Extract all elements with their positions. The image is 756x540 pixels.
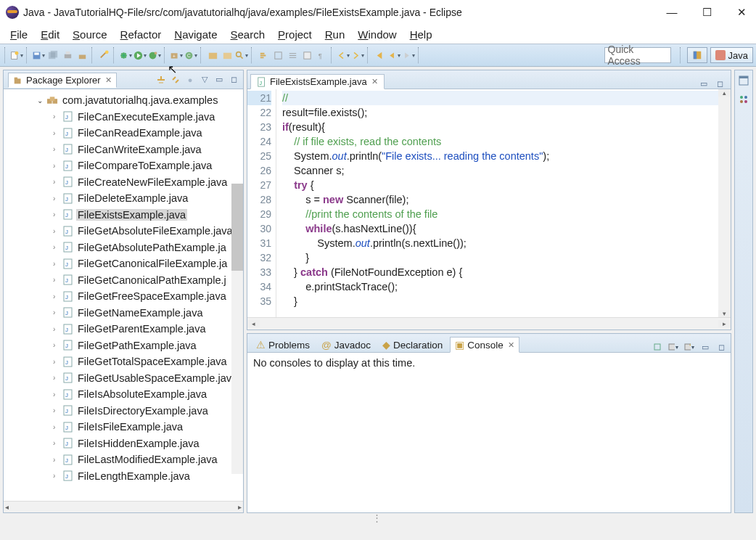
- tree-file-item[interactable]: ›JFileCanExecuteExample.java: [4, 109, 243, 126]
- back-button[interactable]: [387, 49, 400, 62]
- expand-arrow-icon[interactable]: ›: [53, 260, 63, 268]
- expand-arrow-icon[interactable]: ›: [53, 406, 63, 414]
- pin-console-icon[interactable]: [652, 342, 662, 352]
- maximize-editor-icon[interactable]: ◻: [715, 78, 725, 89]
- menu-refactor[interactable]: Refactor: [115, 27, 168, 42]
- expand-arrow-icon[interactable]: ›: [53, 341, 63, 349]
- tree-file-item[interactable]: ›JFileGetFreeSpaceExample.java: [4, 288, 243, 305]
- menu-search[interactable]: Search: [225, 27, 271, 42]
- tree-file-item[interactable]: ›JFileGetParentExample.java: [4, 321, 243, 338]
- tree-file-item[interactable]: ›JFileGetPathExample.java: [4, 338, 243, 354]
- new-class-button[interactable]: C: [184, 49, 197, 62]
- search-button[interactable]: [235, 49, 248, 62]
- save-all-button[interactable]: [46, 49, 59, 62]
- link-editor-icon[interactable]: [170, 75, 181, 85]
- bottom-splitter[interactable]: ⋮: [0, 513, 756, 522]
- tree-file-item[interactable]: ›JFileLengthExample.java: [4, 468, 243, 485]
- last-edit-button[interactable]: [373, 49, 386, 62]
- view-tab-javadoc[interactable]: @Javadoc: [317, 338, 375, 352]
- tree-file-item[interactable]: ›JFileCreateNewFileExample.java: [4, 174, 243, 191]
- run-button[interactable]: [133, 49, 147, 62]
- minimize-console-icon[interactable]: ▭: [700, 342, 710, 352]
- tree-file-item[interactable]: ›JFileExistsExample.java: [4, 207, 243, 224]
- code-area[interactable]: //result=file.exists();if(result){ // if…: [276, 89, 718, 317]
- minimize-button[interactable]: —: [663, 6, 681, 19]
- editor-hscrollbar[interactable]: ◂▸: [247, 317, 731, 330]
- tree-file-item[interactable]: ›JFileIsAbsoluteExample.java: [4, 386, 243, 403]
- outline-trim-icon[interactable]: [738, 94, 749, 105]
- minimize-editor-icon[interactable]: ▭: [699, 78, 709, 89]
- tree-file-item[interactable]: ›JFileGetCanonicalFileExample.ja: [4, 255, 243, 272]
- expand-arrow-icon[interactable]: ›: [53, 472, 63, 480]
- link-button[interactable]: [97, 49, 110, 62]
- close-tab-icon[interactable]: ✕: [371, 77, 378, 86]
- package-tree[interactable]: ⌄ com.javatutorialhq.java.examples ›JFil…: [4, 89, 243, 501]
- open-perspective-button[interactable]: [687, 47, 707, 63]
- menu-source[interactable]: Source: [67, 27, 113, 42]
- tree-scrollbar-thumb[interactable]: [231, 184, 243, 271]
- debug-button[interactable]: [119, 49, 132, 62]
- tree-hscrollbar[interactable]: ◂▸: [4, 501, 243, 512]
- minimize-view-icon[interactable]: ▭: [214, 75, 224, 85]
- tree-file-item[interactable]: ›JFileGetAbsolutePathExample.ja: [4, 240, 243, 256]
- tree-file-item[interactable]: ›JFileGetNameExample.java: [4, 305, 243, 322]
- expand-arrow-icon[interactable]: ⌄: [37, 97, 47, 105]
- editor-vscrollbar[interactable]: [718, 89, 731, 317]
- expand-arrow-icon[interactable]: ›: [53, 325, 63, 333]
- show-whitespace-button[interactable]: ¶: [315, 49, 328, 62]
- tree-file-item[interactable]: ›JFileGetCanonicalPathExample.j: [4, 272, 243, 289]
- expand-arrow-icon[interactable]: ›: [53, 129, 63, 137]
- expand-arrow-icon[interactable]: ›: [53, 145, 63, 153]
- tree-package-node[interactable]: ⌄ com.javatutorialhq.java.examples: [4, 92, 243, 109]
- print-button[interactable]: [61, 49, 74, 62]
- expand-arrow-icon[interactable]: ›: [53, 456, 63, 464]
- expand-arrow-icon[interactable]: ›: [53, 308, 63, 316]
- view-tab-problems[interactable]: ⚠Problems: [252, 338, 314, 352]
- build-button[interactable]: [75, 49, 89, 62]
- tree-file-item[interactable]: ›JFileGetAbsoluteFileExample.java: [4, 223, 243, 240]
- tree-file-item[interactable]: ›JFileIsDirectoryExample.java: [4, 403, 243, 420]
- collapse-all-icon[interactable]: [156, 75, 166, 85]
- menu-run[interactable]: Run: [319, 27, 351, 42]
- view-tab-console[interactable]: ▣Console✕: [450, 337, 519, 353]
- tree-file-item[interactable]: ›JFileIsFileExample.java: [4, 419, 243, 435]
- tree-file-item[interactable]: ›JFileGetTotalSpaceExample.java: [4, 353, 243, 370]
- expand-arrow-icon[interactable]: ›: [53, 162, 63, 170]
- menu-edit[interactable]: Edit: [35, 27, 65, 42]
- menu-project[interactable]: Project: [272, 27, 318, 42]
- tree-file-item[interactable]: ›JFileCanReadExample.java: [4, 125, 243, 142]
- open-type-button[interactable]: [206, 49, 219, 62]
- annotation-next-button[interactable]: [351, 49, 364, 62]
- maximize-button[interactable]: ☐: [698, 6, 715, 19]
- expand-arrow-icon[interactable]: ›: [53, 439, 63, 447]
- expand-arrow-icon[interactable]: ›: [53, 210, 63, 218]
- editor-tab[interactable]: J FileExistsExample.java ✕: [250, 74, 385, 89]
- trim-restore-icon[interactable]: [738, 75, 749, 86]
- expand-arrow-icon[interactable]: ›: [53, 374, 63, 382]
- menu-window[interactable]: Window: [352, 27, 402, 42]
- focus-icon[interactable]: ●: [185, 75, 195, 85]
- menu-help[interactable]: Help: [404, 27, 438, 42]
- expand-arrow-icon[interactable]: ›: [53, 276, 63, 284]
- tree-file-item[interactable]: ›JFileGetUsableSpaceExample.jav: [4, 370, 243, 387]
- open-console-icon[interactable]: +: [684, 342, 694, 352]
- menu-file[interactable]: File: [4, 27, 33, 42]
- new-package-button[interactable]: +: [170, 49, 183, 62]
- tree-file-item[interactable]: ›JFileDeleteExample.java: [4, 190, 243, 207]
- annotation-prev-button[interactable]: [337, 49, 350, 62]
- mark2-button[interactable]: [300, 49, 313, 62]
- expand-arrow-icon[interactable]: ›: [53, 178, 63, 186]
- open-task-button[interactable]: [221, 49, 234, 62]
- expand-arrow-icon[interactable]: ›: [53, 423, 63, 431]
- expand-arrow-icon[interactable]: ›: [53, 358, 63, 366]
- tree-file-item[interactable]: ›JFileCanWriteExample.java: [4, 142, 243, 158]
- expand-arrow-icon[interactable]: ›: [53, 292, 63, 300]
- expand-arrow-icon[interactable]: ›: [53, 195, 63, 202]
- menu-navigate[interactable]: Navigate: [168, 27, 223, 42]
- block-button[interactable]: [271, 49, 284, 62]
- expand-arrow-icon[interactable]: ›: [53, 390, 63, 398]
- run-last-button[interactable]: [148, 49, 161, 62]
- save-button[interactable]: [32, 49, 45, 62]
- view-tab-declaration[interactable]: ◆Declaration: [378, 338, 447, 352]
- toggle-comment-button[interactable]: [257, 49, 270, 62]
